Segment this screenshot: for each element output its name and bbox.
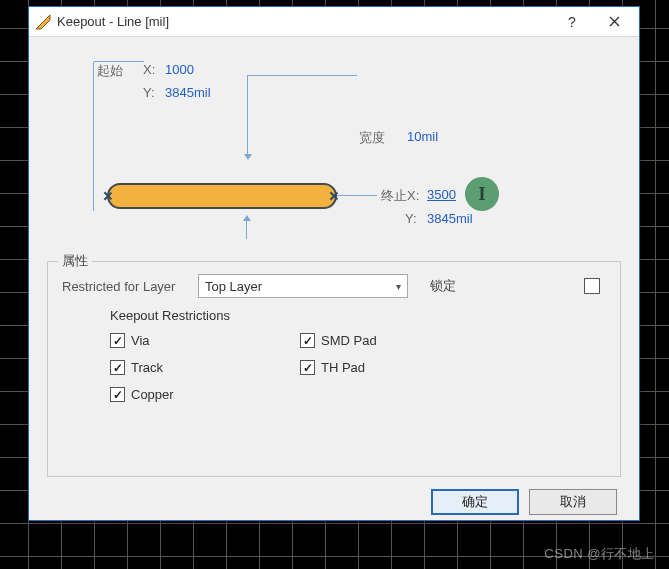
close-icon [609,16,620,27]
start-point-marker [105,193,111,199]
checkbox-icon [300,360,315,375]
restriction-copper[interactable]: Copper [110,387,260,402]
end-y-label: Y: [405,211,417,226]
layer-select-value: Top Layer [205,279,262,294]
start-y-label: Y: [143,85,155,100]
restriction-smd-label: SMD Pad [321,333,377,348]
end-y-value[interactable]: 3845mil [427,211,473,226]
width-leader-bottom [246,221,247,239]
restriction-smd[interactable]: SMD Pad [300,333,450,348]
layer-select[interactable]: Top Layer ▾ [198,274,408,298]
end-point-marker [331,193,337,199]
properties-legend: 属性 [58,252,92,270]
lock-checkbox[interactable] [584,278,600,294]
lock-label: 锁定 [430,277,456,295]
width-arrow-bottom [243,215,251,221]
chevron-down-icon: ▾ [396,281,401,292]
titlebar: Keepout - Line [mil] ? [29,7,639,37]
end-leader [337,195,377,196]
ok-button[interactable]: 确定 [431,489,519,515]
line-shape [107,183,337,209]
cancel-button-label: 取消 [560,493,586,511]
width-label: 宽度 [359,129,385,147]
restriction-th-label: TH Pad [321,360,365,375]
width-value[interactable]: 10mil [407,129,438,144]
dialog-button-bar: 确定 取消 [47,477,621,515]
properties-fieldset: 属性 Restricted for Layer Top Layer ▾ 锁定 K… [47,261,621,477]
start-label: 起始 [97,62,123,80]
restrictions-header: Keepout Restrictions [110,308,606,323]
start-x-label: X: [143,62,155,77]
help-button[interactable]: ? [551,8,593,36]
watermark: CSDN @行不地上 [544,545,655,563]
checkbox-icon [110,333,125,348]
restriction-via[interactable]: Via [110,333,260,348]
keepout-line-dialog: Keepout - Line [mil] ? 起始 X: 1000 Y: 384… [28,6,640,521]
restriction-th[interactable]: TH Pad [300,360,450,375]
window-title: Keepout - Line [mil] [57,14,551,29]
restriction-copper-label: Copper [131,387,174,402]
app-ruler-icon [35,14,51,30]
close-button[interactable] [593,8,635,36]
restriction-via-label: Via [131,333,150,348]
checkbox-icon [110,387,125,402]
restrictions-grid: Via SMD Pad Track TH Pad Copper [110,333,606,402]
ok-button-label: 确定 [462,493,488,511]
end-x-value[interactable]: 3500 [427,187,456,202]
start-x-value[interactable]: 1000 [165,62,194,77]
checkbox-icon [300,333,315,348]
svg-marker-0 [36,15,50,29]
text-cursor-indicator: I [465,177,499,211]
checkbox-icon [110,360,125,375]
end-x-label: 终止X: [381,187,419,205]
restriction-track-label: Track [131,360,163,375]
restriction-track[interactable]: Track [110,360,260,375]
line-diagram: 起始 X: 1000 Y: 3845mil 宽度 10mil 终止X: 3500… [47,47,621,257]
cancel-button[interactable]: 取消 [529,489,617,515]
restricted-layer-label: Restricted for Layer [62,279,190,294]
start-y-value[interactable]: 3845mil [165,85,211,100]
width-leader-top [247,75,357,159]
